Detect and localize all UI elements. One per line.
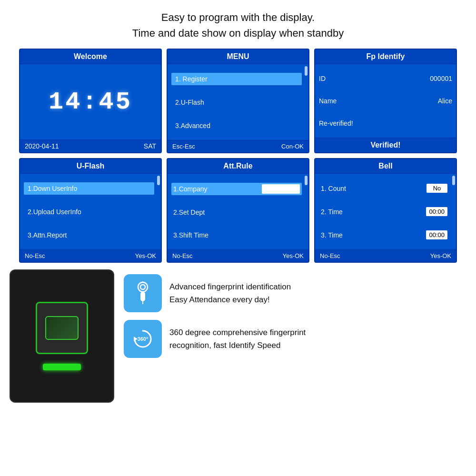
uflash-footer: No-Esc Yes-OK — [20, 249, 161, 262]
screens-grid: Welcome 14:45 2020-04-11 SAT MENU 1. Reg… — [19, 49, 457, 263]
header-line1: Easy to program with the display. — [132, 10, 344, 25]
uflash-footer-left: No-Esc — [25, 252, 45, 259]
screen-menu: MENU 1. Register 2.U-Flash 3.Advanced Es… — [167, 49, 309, 153]
date-value: 2020-04-11 — [25, 142, 59, 150]
fp-reverified: Re-verified! — [319, 119, 452, 128]
screen-uflash: U-Flash 1.Down UserInfo 2.Upload UserInf… — [19, 158, 162, 263]
rule-item-1[interactable]: 1.Company — [171, 183, 302, 195]
feature-line2: Easy Attendance every day! — [169, 293, 291, 306]
rule-item-3[interactable]: 3.Shift Time — [171, 230, 302, 240]
page-container: Easy to program with the display. Time a… — [0, 0, 476, 476]
date-bar: 2020-04-11 SAT — [20, 139, 161, 152]
bell-count-value[interactable]: No — [426, 184, 447, 193]
bell-scrollbar — [452, 176, 455, 185]
att-rule-footer-left: No-Esc — [172, 252, 193, 259]
uflash-item-3[interactable]: 3.Attn.Report — [24, 229, 154, 241]
fp-title: Fp Identify — [315, 50, 456, 64]
fp-id-value: 000001 — [430, 75, 452, 82]
device-status-light — [43, 364, 81, 370]
feature-text-2: 360 degree comprehensive fingerprint rec… — [169, 326, 306, 352]
features-section: Advanced fingerprint identification Easy… — [124, 269, 466, 358]
menu-footer-left: Esc-Esc — [172, 143, 195, 150]
bell-item-3: 3. Time 00:00 — [319, 229, 449, 241]
bell-time1-label: 2. Time — [321, 208, 343, 216]
feature-text-1: Advanced fingerprint identification Easy… — [169, 280, 291, 306]
bell-time1-value[interactable]: 00:00 — [426, 207, 447, 216]
header-text: Easy to program with the display. Time a… — [132, 10, 344, 41]
scrollbar — [305, 66, 307, 76]
uflash-item-2[interactable]: 2.Upload UserInfo — [24, 206, 154, 218]
bell-footer-right: Yes-OK — [430, 252, 451, 259]
fp-body: ID 000001 Name Alice Re-verified! — [315, 64, 456, 138]
fp-name-label: Name — [319, 97, 337, 105]
menu-footer-right: Con-OK — [281, 143, 304, 150]
att-rule-scrollbar — [305, 176, 307, 185]
uflash-title: U-Flash — [20, 159, 161, 174]
bell-time2-value[interactable]: 00:00 — [426, 230, 447, 239]
svg-rect-3 — [140, 292, 145, 301]
svg-point-0 — [138, 282, 148, 292]
fp-name-row: Name Alice — [319, 96, 452, 106]
feature-row-2: 360° 360 degree comprehensive fingerprin… — [124, 320, 466, 358]
uflash-item-1[interactable]: 1.Down UserInfo — [24, 182, 154, 195]
bell-footer: No-Esc Yes-OK — [315, 249, 456, 262]
feature-line1: Advanced fingerprint identification — [169, 280, 291, 293]
fp-id-label: ID — [319, 75, 326, 82]
finger-touch-icon-box — [124, 274, 162, 312]
feature-line3: 360 degree comprehensive fingerprint — [169, 326, 306, 339]
screen-fp: Fp Identify ID 000001 Name Alice Re-veri… — [314, 49, 457, 153]
feature-line4: recognition, fast Identify Speed — [169, 339, 306, 352]
feature-row-1: Advanced fingerprint identification Easy… — [124, 274, 466, 312]
bell-item-2: 2. Time 00:00 — [319, 206, 449, 218]
fp-sensor — [45, 316, 79, 340]
bell-count-label: 1. Count — [321, 185, 346, 192]
bell-body: 1. Count No 2. Time 00:00 3. Time 00:00 — [315, 174, 456, 249]
att-rule-footer: No-Esc Yes-OK — [168, 249, 308, 262]
menu-item-3[interactable]: 3.Advanced — [171, 119, 302, 132]
uflash-footer-right: Yes-OK — [135, 252, 156, 259]
clock-display: 14:45 — [24, 88, 157, 116]
rule-item-2[interactable]: 2.Set Dept — [171, 207, 302, 218]
verified-bar: Verified! — [315, 138, 456, 152]
bell-item-1: 1. Count No — [319, 182, 449, 194]
svg-point-1 — [140, 285, 145, 289]
att-rule-title: Att.Rule — [168, 159, 308, 174]
day-value: SAT — [144, 142, 156, 150]
fingerprint-reader — [36, 302, 88, 354]
menu-body: 1. Register 2.U-Flash 3.Advanced — [168, 64, 308, 140]
screen-welcome: Welcome 14:45 2020-04-11 SAT — [19, 49, 162, 153]
bell-time2-label: 3. Time — [321, 231, 343, 239]
rule-company-input[interactable] — [262, 184, 300, 194]
att-rule-body: 1.Company 2.Set Dept 3.Shift Time — [168, 174, 308, 249]
finger-touch-icon — [131, 281, 155, 305]
uflash-scrollbar — [157, 176, 160, 185]
menu-item-2[interactable]: 2.U-Flash — [171, 96, 302, 109]
rotate-360-icon-box: 360° — [124, 320, 162, 358]
menu-footer: Esc-Esc Con-OK — [168, 140, 308, 152]
uflash-body: 1.Down UserInfo 2.Upload UserInfo 3.Attn… — [20, 174, 161, 249]
svg-text:360°: 360° — [138, 336, 149, 342]
screen-bell: Bell 1. Count No 2. Time 00:00 3. Time 0… — [314, 158, 457, 263]
rotate-360-icon: 360° — [131, 327, 155, 351]
header-line2: Time and date show on display when stand… — [132, 25, 344, 41]
bell-footer-left: No-Esc — [320, 252, 340, 259]
menu-item-1[interactable]: 1. Register — [171, 73, 302, 85]
bell-title: Bell — [315, 159, 456, 174]
welcome-body: 14:45 — [20, 64, 161, 139]
fp-name-value: Alice — [438, 97, 452, 105]
menu-title: MENU — [168, 50, 308, 64]
device-image — [10, 269, 114, 403]
att-rule-footer-right: Yes-OK — [283, 252, 304, 259]
welcome-title: Welcome — [20, 50, 161, 64]
bottom-section: Advanced fingerprint identification Easy… — [10, 269, 466, 403]
fp-id-row: ID 000001 — [319, 74, 452, 83]
screen-att-rule: Att.Rule 1.Company 2.Set Dept 3.Shift Ti… — [167, 158, 309, 263]
